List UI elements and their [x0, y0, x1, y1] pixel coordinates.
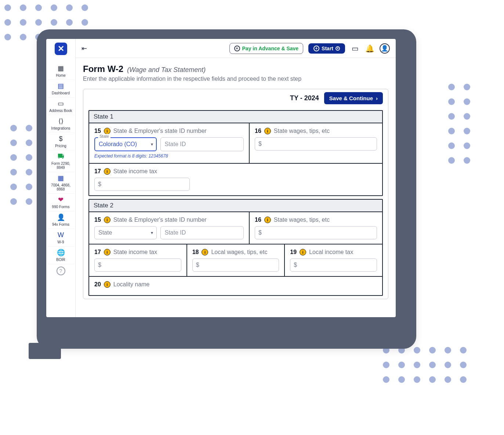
w9-icon: W	[48, 231, 73, 239]
s1-state-tax-input[interactable]	[94, 178, 190, 191]
form-card: TY - 2024 Save & Continue › State 1 15iS…	[83, 89, 388, 299]
dollar-icon: $	[48, 135, 73, 143]
field-19-label: 19iLocal income tax	[290, 249, 377, 255]
id-card-icon[interactable]: ▭	[350, 44, 360, 53]
plus-circle-icon: +	[313, 46, 319, 51]
grid-icon: ▦	[48, 65, 73, 73]
page-subtitle: (Wage and Tax Statement)	[127, 66, 206, 74]
nav-boir[interactable]: 🌐BOIR	[48, 247, 74, 264]
info-icon[interactable]: i	[104, 217, 110, 223]
info-icon[interactable]: i	[300, 249, 306, 255]
book-icon: ▭	[48, 100, 73, 108]
nav-w9[interactable]: WW-9	[48, 229, 74, 247]
dollar-icon: $	[196, 262, 199, 268]
field-16-label: 16iState wages, tips, etc	[255, 128, 377, 134]
globe-icon: 🌐	[48, 249, 73, 257]
start-button[interactable]: + Start ▾	[308, 43, 345, 54]
info-icon[interactable]: i	[104, 281, 110, 288]
field-20-label: 20iLocality name	[94, 281, 377, 288]
account-avatar[interactable]: 👤	[380, 43, 390, 54]
s2-state-id-input[interactable]	[160, 226, 244, 239]
info-icon[interactable]: i	[264, 128, 271, 134]
dollar-icon: $	[258, 141, 262, 147]
pay-advance-label: Pay in Advance & Save	[242, 46, 299, 51]
s1-state-id-input[interactable]	[160, 137, 244, 151]
state1-header: State 1	[89, 111, 382, 123]
person-icon: 👤	[48, 214, 73, 222]
page-description: Enter the applicable information in the …	[83, 76, 388, 82]
calendar-icon: ▦	[48, 174, 73, 182]
save-continue-button[interactable]: Save & Continue ›	[324, 92, 383, 104]
decor-dots	[10, 125, 33, 205]
dollar-icon: $	[258, 229, 262, 236]
field-17-label: 17iState income tax	[94, 168, 377, 175]
pay-advance-button[interactable]: + Pay in Advance & Save	[229, 43, 304, 54]
help-icon[interactable]: ?	[57, 267, 65, 275]
field-16-label: 16iState wages, tips, etc	[255, 217, 377, 223]
dashboard-icon: ▤	[48, 82, 73, 90]
nav-pricing[interactable]: $Pricing	[48, 133, 74, 151]
info-icon[interactable]: i	[202, 249, 208, 255]
info-icon[interactable]: i	[104, 128, 110, 134]
s1-state-select[interactable]: State Colorado (CO) ▾	[94, 137, 157, 151]
dollar-icon: $	[294, 262, 297, 268]
state2-header: State 2	[89, 200, 382, 212]
state1-section: State 1 15iState & Employer's state ID n…	[88, 110, 383, 196]
bell-icon[interactable]: 🔔	[365, 44, 374, 53]
field-15-label: 15iState & Employer's state ID number	[94, 217, 244, 223]
nav-dashboard[interactable]: ▤Dashboard	[48, 80, 74, 98]
dollar-icon: $	[98, 181, 101, 188]
collapse-sidebar-icon[interactable]: ⇤	[81, 44, 87, 52]
start-label: Start	[322, 46, 333, 51]
info-icon[interactable]: i	[264, 217, 271, 223]
s1-state-wages-input[interactable]	[255, 137, 377, 151]
chevron-down-icon: ▾	[151, 230, 153, 235]
s1-format-hint: Expected format is 8 digits: 12345678	[94, 153, 244, 159]
device-frame: ✕ ▦Home ▤Dashboard ▭Address Book ⟨⟩Integ…	[37, 29, 416, 349]
nav-extensions[interactable]: ▦7004, 4868, 8868	[48, 172, 74, 194]
page-title: Form W-2 (Wage and Tax Statement)	[83, 64, 388, 74]
heart-icon: ❤	[48, 196, 73, 204]
chevron-down-icon: ▾	[336, 46, 340, 51]
sidebar: ✕ ▦Home ▤Dashboard ▭Address Book ⟨⟩Integ…	[46, 39, 76, 317]
state2-section: State 2 15iState & Employer's state ID n…	[88, 199, 383, 296]
tax-year-badge: TY - 2024	[290, 94, 319, 102]
chevron-right-icon: ›	[376, 95, 378, 101]
s2-state-tax-input[interactable]	[94, 258, 181, 272]
field-15-label: 15iState & Employer's state ID number	[94, 128, 244, 134]
app-logo[interactable]: ✕	[55, 43, 67, 55]
s2-state-placeholder: State	[94, 226, 157, 239]
nav-address-book[interactable]: ▭Address Book	[48, 98, 74, 115]
nav-990[interactable]: ❤990 Forms	[48, 194, 74, 211]
nav-integrations[interactable]: ⟨⟩Integrations	[48, 115, 74, 133]
s2-local-tax-input[interactable]	[290, 258, 377, 272]
topbar: ⇤ + Pay in Advance & Save + Start ▾ ▭ 🔔 …	[76, 39, 396, 58]
s1-state-value: Colorado (CO)	[94, 137, 157, 151]
dollar-icon: $	[98, 262, 101, 268]
code-icon: ⟨⟩	[48, 117, 73, 126]
info-icon[interactable]: i	[104, 168, 110, 175]
nav-94x[interactable]: 👤94x Forms	[48, 211, 74, 229]
s2-state-wages-input[interactable]	[255, 226, 377, 239]
truck-icon: ⛟	[48, 153, 73, 161]
nav-form-2290[interactable]: ⛟Form 2290, 8849	[48, 151, 74, 172]
plus-circle-icon: +	[234, 46, 240, 51]
app-window: ✕ ▦Home ▤Dashboard ▭Address Book ⟨⟩Integ…	[46, 39, 396, 317]
s2-local-wages-input[interactable]	[192, 258, 279, 272]
page-content: Form W-2 (Wage and Tax Statement) Enter …	[76, 58, 396, 317]
nav-home[interactable]: ▦Home	[48, 62, 74, 80]
s2-state-select[interactable]: State ▾	[94, 226, 157, 239]
decor-dots	[448, 84, 471, 164]
decor-dots	[383, 347, 467, 383]
info-icon[interactable]: i	[104, 249, 110, 255]
chevron-down-icon: ▾	[151, 142, 153, 147]
main-area: ⇤ + Pay in Advance & Save + Start ▾ ▭ 🔔 …	[76, 39, 396, 317]
field-17-label: 17iState income tax	[94, 249, 181, 255]
field-18-label: 18iLocal wages, tips, etc	[192, 249, 279, 255]
